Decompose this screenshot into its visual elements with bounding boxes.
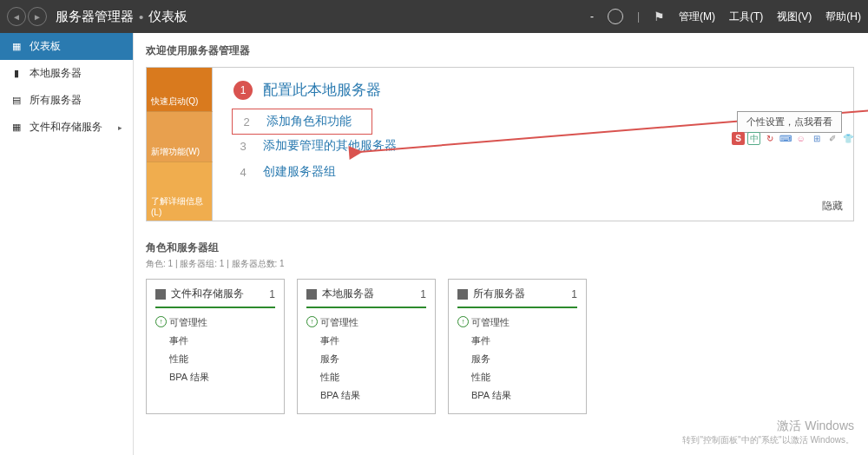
task-number: 3 bbox=[233, 136, 253, 155]
metric-bpa[interactable]: BPA 结果 bbox=[457, 386, 577, 405]
metric-performance[interactable]: 性能 bbox=[306, 368, 426, 386]
nav-forward-button[interactable]: ► bbox=[28, 7, 47, 26]
ime-skin-icon[interactable]: 👕 bbox=[841, 132, 854, 145]
metric-bpa[interactable]: BPA 结果 bbox=[306, 386, 426, 405]
task-link[interactable]: 创建服务器组 bbox=[263, 164, 336, 180]
tab-whatsnew[interactable]: 新增功能(W) bbox=[147, 111, 213, 162]
dash-icon: - bbox=[590, 10, 594, 23]
tab-learnmore[interactable]: 了解详细信息(L) bbox=[147, 162, 213, 221]
menu-manage[interactable]: 管理(M) bbox=[679, 10, 715, 24]
welcome-heading: 欢迎使用服务器管理器 bbox=[146, 43, 854, 58]
chevron-right-icon: ▸ bbox=[118, 123, 122, 132]
servers-icon: ▤ bbox=[10, 95, 23, 106]
card-count: 1 bbox=[420, 288, 426, 300]
watermark-title: 激活 Windows bbox=[682, 419, 854, 434]
card-count: 1 bbox=[269, 288, 275, 300]
breadcrumb-app[interactable]: 服务器管理器 bbox=[56, 9, 134, 25]
ime-logo-icon[interactable]: S bbox=[732, 132, 745, 145]
ime-toolbar: S 中 ↻ ⌨ ☺ ⊞ ✐ 👕 bbox=[732, 132, 854, 145]
card-title: 所有服务器 bbox=[473, 287, 525, 301]
windows-activation-watermark: 激活 Windows 转到"控制面板"中的"系统"以激活 Windows。 bbox=[682, 419, 854, 446]
menu-help[interactable]: 帮助(H) bbox=[825, 10, 861, 24]
menu-view[interactable]: 视图(V) bbox=[777, 10, 812, 24]
metric-manageability[interactable]: 可管理性 bbox=[306, 313, 426, 332]
ime-keyboard-icon[interactable]: ⌨ bbox=[779, 132, 792, 145]
sidebar-item-all-servers[interactable]: ▤ 所有服务器 bbox=[0, 87, 133, 114]
card-header[interactable]: 本地服务器 1 bbox=[306, 287, 426, 308]
task-number: 4 bbox=[233, 162, 253, 181]
task-configure-server: 1 配置此本地服务器 bbox=[233, 76, 836, 103]
ime-grid-icon[interactable]: ⊞ bbox=[810, 132, 823, 145]
breadcrumb: 服务器管理器 • 仪表板 bbox=[56, 9, 187, 25]
card-title: 文件和存储服务 bbox=[171, 287, 244, 301]
watermark-subtitle: 转到"控制面板"中的"系统"以激活 Windows。 bbox=[682, 434, 854, 446]
groups-heading: 角色和服务器组 bbox=[146, 241, 854, 255]
tab-quickstart[interactable]: 快速启动(Q) bbox=[147, 68, 213, 111]
task-add-roles: 2 添加角色和功能 bbox=[233, 110, 371, 133]
metric-events[interactable]: 事件 bbox=[155, 332, 275, 350]
tab-label: 新增功能(W) bbox=[151, 146, 200, 158]
metric-performance[interactable]: 性能 bbox=[155, 350, 275, 368]
separator: | bbox=[637, 10, 640, 23]
metric-events[interactable]: 事件 bbox=[306, 332, 426, 350]
task-link[interactable]: 添加角色和功能 bbox=[266, 114, 352, 129]
metric-events[interactable]: 事件 bbox=[457, 332, 577, 350]
breadcrumb-separator-icon: • bbox=[139, 10, 143, 24]
breadcrumb-page: 仪表板 bbox=[148, 9, 187, 25]
ime-lang-icon[interactable]: 中 bbox=[747, 132, 760, 145]
sidebar-item-label: 本地服务器 bbox=[30, 66, 82, 81]
server-group-cards: 文件和存储服务 1 可管理性 事件 性能 BPA 结果 本地服务器 1 可管理性… bbox=[146, 279, 854, 414]
task-create-group: 4 创建服务器组 bbox=[233, 159, 836, 185]
card-all-servers: 所有服务器 1 可管理性 事件 服务 性能 BPA 结果 bbox=[448, 279, 587, 414]
sidebar-item-label: 文件和存储服务 bbox=[30, 120, 102, 135]
metric-services[interactable]: 服务 bbox=[306, 350, 426, 368]
card-header[interactable]: 文件和存储服务 1 bbox=[155, 287, 275, 308]
menu-tools[interactable]: 工具(T) bbox=[729, 10, 763, 24]
tooltip-text: 个性设置，点我看看 bbox=[746, 116, 832, 127]
tab-label: 快速启动(Q) bbox=[151, 96, 198, 108]
notifications-flag-icon[interactable]: ⚑ bbox=[654, 10, 665, 23]
server-icon bbox=[306, 289, 317, 300]
card-count: 1 bbox=[571, 288, 577, 300]
ime-emoji-icon[interactable]: ☺ bbox=[794, 132, 807, 145]
ime-pen-icon[interactable]: ✐ bbox=[825, 132, 838, 145]
servers-icon bbox=[457, 289, 468, 300]
storage-icon: ▦ bbox=[10, 122, 23, 133]
task-link[interactable]: 配置此本地服务器 bbox=[263, 80, 381, 100]
sidebar: ▦ 仪表板 ▮ 本地服务器 ▤ 所有服务器 ▦ 文件和存储服务 ▸ bbox=[0, 33, 134, 455]
sidebar-item-file-storage[interactable]: ▦ 文件和存储服务 ▸ bbox=[0, 114, 133, 141]
hide-link[interactable]: 隐藏 bbox=[822, 199, 843, 214]
nav-back-button[interactable]: ◄ bbox=[7, 7, 26, 26]
metric-services[interactable]: 服务 bbox=[457, 350, 577, 368]
sidebar-item-dashboard[interactable]: ▦ 仪表板 bbox=[0, 33, 133, 60]
card-file-storage: 文件和存储服务 1 可管理性 事件 性能 BPA 结果 bbox=[146, 279, 285, 414]
card-header[interactable]: 所有服务器 1 bbox=[457, 287, 577, 308]
main-content: 欢迎使用服务器管理器 快速启动(Q) 新增功能(W) 了解详细信息(L) 1 配… bbox=[134, 33, 868, 455]
nav-arrows: ◄ ► bbox=[7, 7, 47, 26]
ime-refresh-icon[interactable]: ↻ bbox=[763, 132, 776, 145]
metric-bpa[interactable]: BPA 结果 bbox=[155, 368, 275, 386]
panel-tabs: 快速启动(Q) 新增功能(W) 了解详细信息(L) bbox=[147, 68, 213, 221]
refresh-icon[interactable] bbox=[608, 9, 623, 24]
sidebar-item-local-server[interactable]: ▮ 本地服务器 bbox=[0, 60, 133, 87]
metric-performance[interactable]: 性能 bbox=[457, 368, 577, 386]
header-actions: - | ⚑ 管理(M) 工具(T) 视图(V) 帮助(H) bbox=[590, 9, 861, 24]
groups-subheading: 角色: 1 | 服务器组: 1 | 服务器总数: 1 bbox=[146, 258, 854, 270]
card-title: 本地服务器 bbox=[322, 287, 374, 301]
task-link[interactable]: 添加要管理的其他服务器 bbox=[263, 138, 397, 154]
personalize-tooltip[interactable]: 个性设置，点我看看 bbox=[737, 111, 842, 133]
metric-manageability[interactable]: 可管理性 bbox=[457, 313, 577, 332]
card-local-server: 本地服务器 1 可管理性 事件 服务 性能 BPA 结果 bbox=[297, 279, 436, 414]
sidebar-item-label: 所有服务器 bbox=[30, 93, 82, 108]
storage-icon bbox=[155, 289, 166, 300]
task-number-badge: 1 bbox=[233, 81, 253, 100]
task-number: 2 bbox=[237, 112, 256, 131]
tab-label: 了解详细信息(L) bbox=[151, 195, 207, 217]
server-icon: ▮ bbox=[10, 68, 23, 79]
metric-manageability[interactable]: 可管理性 bbox=[155, 313, 275, 332]
dashboard-icon: ▦ bbox=[10, 41, 23, 52]
sidebar-item-label: 仪表板 bbox=[30, 39, 61, 54]
app-header: ◄ ► 服务器管理器 • 仪表板 - | ⚑ 管理(M) 工具(T) 视图(V)… bbox=[0, 0, 868, 33]
